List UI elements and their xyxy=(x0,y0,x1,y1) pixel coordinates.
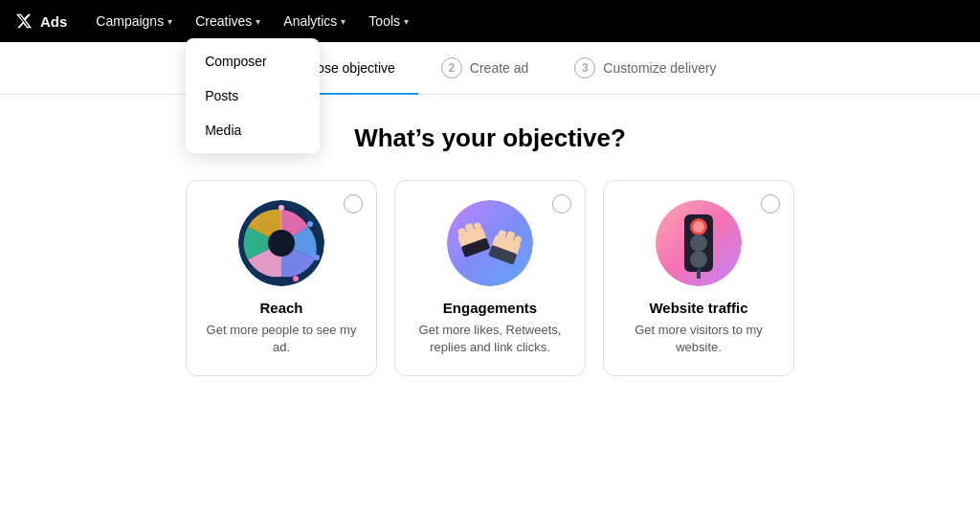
engagements-svg-icon xyxy=(447,200,533,286)
svg-point-24 xyxy=(690,251,707,268)
engagements-desc: Get more likes, Retweets, replies and li… xyxy=(411,322,569,356)
traffic-illustration xyxy=(656,200,742,286)
traffic-svg-icon xyxy=(656,200,742,286)
step-2-circle: 2 xyxy=(441,57,462,78)
engagements-label: Engagements xyxy=(443,300,537,316)
dropdown-item-posts[interactable]: Posts xyxy=(186,78,320,113)
step-2-label: Create ad xyxy=(470,60,528,76)
x-logo-icon xyxy=(15,12,33,30)
traffic-radio[interactable] xyxy=(761,194,780,213)
svg-point-23 xyxy=(690,235,707,252)
stepper-bar: 1 Choose objective 2 Create ad 3 Customi… xyxy=(0,42,980,95)
creatives-chevron-icon: ▾ xyxy=(256,16,260,27)
nav-item-campaigns[interactable]: Campaigns ▾ xyxy=(86,8,182,34)
svg-point-2 xyxy=(278,205,284,211)
objective-cards-row: Reach Get more people to see my ad. xyxy=(186,180,794,376)
step-create-ad[interactable]: 2 Create ad xyxy=(418,57,551,78)
reach-radio[interactable] xyxy=(344,194,363,213)
nav-items: Campaigns ▾ Creatives ▾ Composer Posts M… xyxy=(86,8,418,34)
step-3-circle: 3 xyxy=(574,57,595,78)
engagements-radio[interactable] xyxy=(552,194,571,213)
objective-card-reach[interactable]: Reach Get more people to see my ad. xyxy=(186,180,377,376)
tools-chevron-icon: ▾ xyxy=(404,16,409,27)
analytics-chevron-icon: ▾ xyxy=(341,16,345,27)
campaigns-chevron-icon: ▾ xyxy=(167,16,172,27)
creatives-label: Creatives xyxy=(195,13,252,29)
step-3-label: Customize delivery xyxy=(603,60,716,76)
svg-point-4 xyxy=(314,255,320,260)
page-title: What’s your objective? xyxy=(354,123,626,153)
dropdown-item-composer[interactable]: Composer xyxy=(186,44,320,78)
objective-card-engagements[interactable]: Engagements Get more likes, Retweets, re… xyxy=(394,180,586,376)
navbar: Ads Campaigns ▾ Creatives ▾ Composer Pos… xyxy=(0,0,980,42)
brand-logo[interactable]: Ads xyxy=(15,12,67,30)
svg-point-22 xyxy=(693,221,704,233)
reach-label: Reach xyxy=(259,300,302,316)
nav-item-creatives[interactable]: Creatives ▾ xyxy=(186,8,270,34)
campaigns-label: Campaigns xyxy=(96,13,164,29)
traffic-desc: Get more visitors to my website. xyxy=(619,322,778,356)
engagements-illustration xyxy=(447,200,533,286)
creatives-dropdown-menu: Composer Posts Media xyxy=(186,38,320,153)
reach-desc: Get more people to see my ad. xyxy=(202,322,361,356)
dropdown-item-media[interactable]: Media xyxy=(186,113,320,147)
reach-svg-icon xyxy=(238,200,324,286)
reach-illustration xyxy=(238,200,324,286)
svg-point-1 xyxy=(268,230,295,257)
brand-name: Ads xyxy=(40,13,67,30)
svg-rect-25 xyxy=(697,269,701,279)
nav-item-tools[interactable]: Tools ▾ xyxy=(359,8,418,34)
nav-item-analytics[interactable]: Analytics ▾ xyxy=(274,8,355,34)
svg-point-5 xyxy=(293,276,299,281)
creatives-dropdown-wrapper: Creatives ▾ Composer Posts Media xyxy=(186,8,270,34)
tools-label: Tools xyxy=(368,13,400,29)
step-customize-delivery[interactable]: 3 Customize delivery xyxy=(551,57,739,78)
main-content: What’s your objective? xyxy=(0,95,980,395)
svg-point-3 xyxy=(307,221,313,227)
analytics-label: Analytics xyxy=(283,13,337,29)
traffic-label: Website traffic xyxy=(649,300,747,316)
objective-card-website-traffic[interactable]: Website traffic Get more visitors to my … xyxy=(603,180,794,376)
